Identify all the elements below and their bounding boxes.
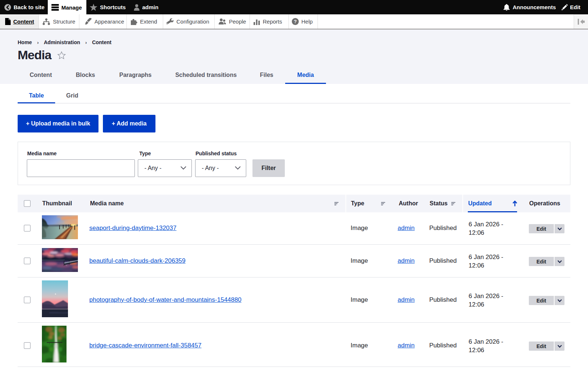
svg-text:?: ?: [294, 19, 297, 24]
